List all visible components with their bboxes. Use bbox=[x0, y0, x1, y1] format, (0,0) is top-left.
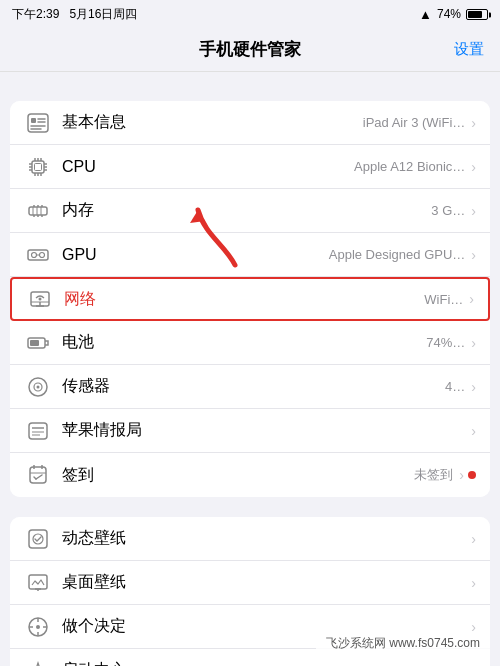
network-label: 网络 bbox=[64, 289, 424, 310]
gpu-value: Apple Designed GPU… bbox=[329, 247, 466, 262]
battery-item-icon bbox=[24, 329, 52, 357]
svg-point-43 bbox=[37, 385, 40, 388]
battery-value: 74%… bbox=[426, 335, 465, 350]
menu-item-cpu[interactable]: CPU Apple A12 Bionic… › bbox=[10, 145, 490, 189]
battery-text: 74% bbox=[437, 7, 461, 21]
svg-rect-56 bbox=[29, 575, 47, 589]
checkin-red-dot bbox=[468, 471, 476, 479]
status-time: 下午2:39 5月16日周四 bbox=[12, 6, 137, 23]
desk-wallpaper-label: 桌面壁纸 bbox=[62, 572, 471, 593]
wallpaper-dynamic-icon bbox=[24, 525, 52, 553]
sensor-chevron: › bbox=[471, 379, 476, 395]
svg-rect-54 bbox=[29, 530, 47, 548]
menu-item-sensor[interactable]: 传感器 4… › bbox=[10, 365, 490, 409]
network-icon bbox=[26, 285, 54, 313]
apple-news-chevron: › bbox=[471, 423, 476, 439]
basic-info-label: 基本信息 bbox=[62, 112, 363, 133]
menu-item-live-wallpaper[interactable]: 动态壁纸 › bbox=[10, 517, 490, 561]
nav-bar: 手机硬件管家 设置 bbox=[0, 28, 500, 72]
checkin-chevron: › bbox=[459, 467, 464, 483]
memory-icon bbox=[24, 197, 52, 225]
network-chevron: › bbox=[469, 291, 474, 307]
svg-point-38 bbox=[39, 298, 42, 301]
live-wallpaper-label: 动态壁纸 bbox=[62, 528, 471, 549]
battery-icon bbox=[466, 7, 488, 21]
basic-info-value: iPad Air 3 (WiFi… bbox=[363, 115, 466, 130]
status-right: ▲ 74% bbox=[419, 7, 488, 22]
launch-center-label: 启动中心 bbox=[62, 660, 471, 666]
checkin-value: 未签到 bbox=[414, 466, 453, 484]
cpu-icon bbox=[24, 153, 52, 181]
menu-item-network[interactable]: 网络 WiFi… › bbox=[10, 277, 490, 321]
svg-point-60 bbox=[36, 625, 40, 629]
apple-news-label: 苹果情报局 bbox=[62, 420, 465, 441]
memory-chevron: › bbox=[471, 203, 476, 219]
menu-item-gpu[interactable]: GPU Apple Designed GPU… › bbox=[10, 233, 490, 277]
sensor-value: 4… bbox=[445, 379, 465, 394]
menu-item-apple-news[interactable]: 苹果情报局 › bbox=[10, 409, 490, 453]
svg-rect-1 bbox=[31, 118, 36, 123]
gpu-icon bbox=[24, 241, 52, 269]
desk-wallpaper-chevron: › bbox=[471, 575, 476, 591]
wifi-icon: ▲ bbox=[419, 7, 432, 22]
cpu-chevron: › bbox=[471, 159, 476, 175]
svg-rect-6 bbox=[32, 161, 44, 173]
memory-label: 内存 bbox=[62, 200, 431, 221]
settings-button[interactable]: 设置 bbox=[454, 40, 484, 59]
status-bar: 下午2:39 5月16日周四 ▲ 74% bbox=[0, 0, 500, 28]
cpu-value: Apple A12 Bionic… bbox=[354, 159, 465, 174]
cpu-label: CPU bbox=[62, 158, 354, 176]
decision-icon bbox=[24, 613, 52, 641]
launch-icon bbox=[24, 657, 52, 667]
svg-rect-40 bbox=[30, 340, 39, 346]
checkin-label: 签到 bbox=[62, 465, 414, 486]
menu-item-checkin[interactable]: 签到 未签到 › bbox=[10, 453, 490, 497]
sensor-label: 传感器 bbox=[62, 376, 445, 397]
battery-chevron: › bbox=[471, 335, 476, 351]
nav-title: 手机硬件管家 bbox=[199, 38, 301, 61]
network-value: WiFi… bbox=[424, 292, 463, 307]
news-icon bbox=[24, 417, 52, 445]
section-group-1: 基本信息 iPad Air 3 (WiFi… › bbox=[10, 101, 490, 497]
svg-rect-20 bbox=[29, 207, 47, 215]
svg-point-31 bbox=[32, 252, 37, 257]
live-wallpaper-chevron: › bbox=[471, 531, 476, 547]
launch-center-chevron: › bbox=[471, 663, 476, 667]
basic-info-chevron: › bbox=[471, 115, 476, 131]
checkin-icon bbox=[24, 461, 52, 489]
gpu-chevron: › bbox=[471, 247, 476, 263]
svg-rect-48 bbox=[30, 467, 46, 483]
info-icon bbox=[24, 109, 52, 137]
wallpaper-desk-icon bbox=[24, 569, 52, 597]
menu-item-desk-wallpaper[interactable]: 桌面壁纸 › bbox=[10, 561, 490, 605]
content-area: 基本 基本信息 iPad Air 3 (WiFi… › bbox=[0, 72, 500, 666]
memory-value: 3 G… bbox=[431, 203, 465, 218]
svg-point-32 bbox=[40, 252, 45, 257]
watermark: 飞沙系统网 www.fs0745.com bbox=[316, 631, 490, 656]
svg-rect-7 bbox=[35, 163, 42, 170]
gpu-label: GPU bbox=[62, 246, 329, 264]
menu-item-memory[interactable]: 内存 3 G… › bbox=[10, 189, 490, 233]
battery-label: 电池 bbox=[62, 332, 426, 353]
svg-rect-44 bbox=[29, 423, 47, 439]
svg-line-53 bbox=[36, 475, 42, 479]
menu-item-basic-info[interactable]: 基本信息 iPad Air 3 (WiFi… › bbox=[10, 101, 490, 145]
menu-item-battery[interactable]: 电池 74%… › bbox=[10, 321, 490, 365]
sensor-icon bbox=[24, 373, 52, 401]
